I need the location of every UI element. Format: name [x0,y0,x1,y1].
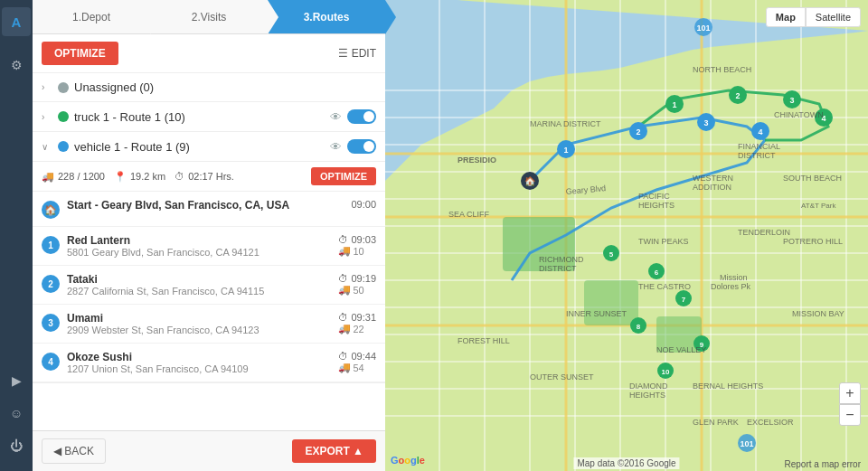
svg-text:1: 1 [563,146,568,155]
svg-text:2: 2 [636,127,640,137]
satellite-view-button[interactable]: Satellite [806,7,861,27]
stop-info-3: Umami 2909 Webster St, San Francisco, CA… [67,312,331,335]
route-dot-truck1 [58,111,69,122]
svg-text:🏠: 🏠 [524,175,536,187]
map-controls: Map Satellite [766,7,861,27]
routes-list: › Unassigned (0) › truck 1 - Route 1 (10… [33,73,385,430]
edit-button[interactable]: ☰ EDIT [338,47,376,60]
stop-time-1: ⏱ 09:03 [338,234,376,245]
optimize-button[interactable]: OPTIMIZE [42,42,118,65]
zoom-out-button[interactable]: − [839,404,861,426]
stop-marker-1: 1 [42,236,60,254]
map-zoom-controls: + − [839,382,861,426]
svg-text:101: 101 [740,439,753,448]
stop-addr-3: 2909 Webster St, San Francisco, CA 94123 [67,325,331,335]
map-area[interactable]: 🏠 1 2 3 4 1 2 3 4 5 6 [385,0,868,471]
distance-icon: 📍 [114,171,127,183]
stop-marker-4: 4 [42,353,60,371]
svg-text:POTRERO HILL: POTRERO HILL [783,237,843,246]
route-header-unassigned[interactable]: › Unassigned (0) [33,73,385,101]
route-group-truck1: › truck 1 - Route 1 (10) 👁 [33,102,385,132]
eye-icon[interactable]: 👁 [330,110,342,124]
svg-text:MARINA DISTRICT: MARINA DISTRICT [530,119,601,128]
map-report[interactable]: Report a map error [785,459,861,469]
toggle-switch-vehicle1[interactable] [347,139,376,154]
stop-addr-2: 2827 California St, San Francisco, CA 94… [67,286,331,297]
stop-item-4: 4 Okoze Sushi 1207 Union St, San Francis… [33,344,385,382]
eye-icon-vehicle1[interactable]: 👁 [330,140,342,154]
nav-video-icon[interactable]: ▶ [2,366,31,395]
stop-cap-4: 🚚 54 [338,362,376,373]
svg-text:TWIN PEAKS: TWIN PEAKS [638,237,689,246]
capacity-icon: 🚚 [42,171,54,183]
svg-text:PACIFIC: PACIFIC [638,192,670,201]
stop-item-3: 3 Umami 2909 Webster St, San Francisco, … [33,305,385,344]
nav-gear-icon[interactable]: ⚙ [2,51,31,80]
svg-text:5: 5 [609,250,614,259]
svg-text:PRESIDIO: PRESIDIO [458,155,496,165]
stop-name-2: Tataki [67,273,331,286]
svg-text:FINANCIAL: FINANCIAL [738,142,780,151]
svg-text:ADDITION: ADDITION [693,183,731,192]
map-view-button[interactable]: Map [766,7,806,27]
svg-text:6: 6 [655,268,659,277]
svg-text:CHINATOWN: CHINATOWN [774,110,824,119]
back-button[interactable]: ◀ BACK [42,438,106,464]
nav-power-icon[interactable]: ⏻ [2,431,31,460]
stop-cap-2: 🚚 50 [338,284,376,296]
stop-addr-1: 5801 Geary Blvd, San Francisco, CA 94121 [67,247,331,258]
svg-text:FOREST HILL: FOREST HILL [458,336,510,345]
route-toggle-vehicle1: 👁 [330,139,376,154]
svg-text:NORTH BEACH: NORTH BEACH [693,65,751,74]
route-toggle-truck1: 👁 [330,109,376,124]
stop-marker-2: 2 [42,275,60,293]
stop-name-4: Okoze Sushi [67,351,331,363]
toggle-switch-truck1[interactable] [347,109,376,124]
svg-text:3: 3 [703,118,708,127]
sidebar-nav: A ⚙ ▶ ☺ ⏻ [0,0,33,471]
svg-text:GLEN PARK: GLEN PARK [693,418,739,427]
stop-item-1: 1 Red Lantern 5801 Geary Blvd, San Franc… [33,227,385,266]
stop-info-2: Tataki 2827 California St, San Francisco… [67,273,331,297]
svg-text:BERNAL HEIGHTS: BERNAL HEIGHTS [693,382,763,391]
stop-marker-3: 3 [42,314,60,332]
stop-item-start: 🏠 Start - Geary Blvd, San Francisco, CA,… [33,192,385,227]
nav-logo[interactable]: A [2,7,31,36]
export-button[interactable]: EXPORT ▲ [292,439,376,463]
hamburger-icon: ☰ [338,47,348,60]
stop-time-3: ⏱ 09:31 [338,312,376,323]
step-routes[interactable]: 3.Routes [268,0,385,33]
zoom-in-button[interactable]: + [839,382,861,404]
stat-time: ⏱ 02:17 Hrs. [175,171,234,182]
svg-text:Mission: Mission [720,273,748,282]
chevron-icon: › [42,112,52,122]
route-header-vehicle1[interactable]: ∨ vehicle 1 - Route 1 (9) 👁 [33,132,385,161]
toolbar: OPTIMIZE ☰ EDIT [33,34,385,73]
main-panel: 1.Depot 2.Visits 3.Routes OPTIMIZE ☰ EDI… [33,0,385,471]
stat-capacity: 🚚 228 / 1200 [42,171,105,183]
step-depot[interactable]: 1.Depot [33,0,150,33]
stop-name-1: Red Lantern [67,234,331,247]
svg-text:4: 4 [758,127,762,137]
route-header-truck1[interactable]: › truck 1 - Route 1 (10) 👁 [33,102,385,131]
nav-smile-icon[interactable]: ☺ [2,399,31,428]
stop-cap-1: 🚚 10 [338,245,376,257]
route-optimize-button[interactable]: OPTIMIZE [311,167,376,185]
svg-text:WESTERN: WESTERN [693,174,733,183]
svg-text:THE CASTRO: THE CASTRO [638,282,691,291]
route-dot-unassigned [58,82,69,93]
svg-text:SOUTH BEACH: SOUTH BEACH [783,174,842,183]
step-visits[interactable]: 2.Visits [150,0,268,33]
svg-text:Dolores Pk: Dolores Pk [711,282,751,291]
svg-text:1: 1 [672,100,676,109]
stat-distance: 📍 19.2 km [114,171,165,183]
route-dot-vehicle1 [58,141,69,152]
stop-time-start: 09:00 [351,199,376,210]
svg-text:2: 2 [735,91,740,100]
route-name-truck1: truck 1 - Route 1 (10) [74,110,325,124]
svg-text:3: 3 [789,96,794,105]
svg-text:10: 10 [662,368,670,376]
svg-text:SEA CLIFF: SEA CLIFF [448,210,490,219]
svg-text:101: 101 [696,24,710,33]
stop-time-2: ⏱ 09:19 [338,273,376,284]
